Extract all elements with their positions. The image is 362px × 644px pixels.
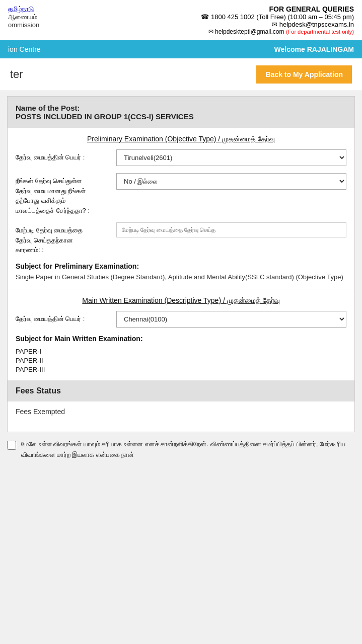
- contact-title: FOR GENERAL QUERIES: [201, 5, 354, 13]
- page-header: ter Back to My Application: [0, 58, 362, 91]
- prelim-center-select[interactable]: Tirunelveli(2601): [116, 149, 346, 166]
- declaration-text: மேலே உள்ள விவரங்கள் யாவும் சரியாக உள்ளன …: [21, 439, 355, 460]
- paper-1: PAPER-I: [16, 348, 346, 355]
- preliminary-section-title: Preliminary Examination (Objective Type)…: [16, 135, 346, 143]
- post-name-value: POSTS INCLUDED IN GROUP 1(CCS-I) SERVICE…: [16, 112, 346, 121]
- nav-welcome: Welcome RAJALINGAM: [274, 45, 354, 53]
- main-subject-title: Subject for Main Written Examination:: [16, 335, 346, 343]
- nav-title: ion Centre: [8, 45, 41, 53]
- section-divider-1: [8, 289, 354, 289]
- prelim-reason-input[interactable]: [116, 222, 346, 237]
- contact-phone: ☎ 1800 425 1002 (Toll Free) (10:00 am – …: [201, 13, 354, 21]
- logo-section: தமிழ்நாடு ஆணையம்ommission: [8, 5, 39, 29]
- prelim-center-row: தேர்வு மையத்தின் பெயர் : Tirunelveli(260…: [16, 149, 346, 166]
- main-center-label: தேர்வு மையத்தின் பெயர் :: [16, 311, 116, 324]
- back-to-application-button[interactable]: Back to My Application: [256, 65, 352, 84]
- logo-sub: ஆணையம்ommission: [8, 13, 39, 29]
- prelim-reason-control: [116, 222, 346, 237]
- main-subject-section: Subject for Main Written Examination:: [8, 335, 354, 343]
- main-center-control: Chennai(0100): [116, 311, 346, 328]
- email1-text: helpdesk@tnpscexams.in: [279, 21, 354, 28]
- nav-bar: ion Centre Welcome RAJALINGAM: [0, 40, 362, 58]
- main-center-select[interactable]: Chennai(0100): [116, 311, 346, 328]
- email1-icon: ✉: [272, 21, 277, 28]
- prelim-subject-text: Single Paper in General Studies (Degree …: [16, 272, 346, 282]
- dept-note: (For departmental test only): [286, 29, 354, 35]
- prelim-reason-label: மேற்படி தேர்வு மையத்தைதேர்வு செய்ததற்கான…: [16, 222, 116, 255]
- post-name-label: Name of the Post:: [16, 104, 346, 112]
- prelim-center-label: தேர்வு மையத்தின் பெயர் :: [16, 149, 116, 163]
- preliminary-exam-section: Preliminary Examination (Objective Type)…: [8, 135, 354, 255]
- paper-3: PAPER-III: [16, 366, 346, 373]
- prelim-subject-section: Subject for Preliminary Examination: Sin…: [8, 262, 354, 282]
- papers-list: PAPER-I PAPER-II PAPER-III: [8, 348, 354, 373]
- contact-section: FOR GENERAL QUERIES ☎ 1800 425 1002 (Tol…: [201, 5, 354, 35]
- fees-section: Fees Status Fees Exempted: [8, 380, 354, 422]
- prelim-residence-select[interactable]: No / இல்லை Yes / ஆம்: [116, 173, 346, 190]
- prelim-reason-row: மேற்படி தேர்வு மையத்தைதேர்வு செய்ததற்கான…: [16, 222, 346, 255]
- main-card: Name of the Post: POSTS INCLUDED IN GROU…: [7, 96, 355, 432]
- fees-header: Fees Status: [8, 380, 354, 401]
- main-center-row: தேர்வு மையத்தின் பெயர் : Chennai(0100): [16, 311, 346, 328]
- logo-link[interactable]: தமிழ்நாடு: [8, 5, 39, 13]
- contact-email2: ✉ helpdeskteptl@gmail.com (For departmen…: [201, 28, 354, 35]
- paper-2: PAPER-II: [16, 357, 346, 364]
- prelim-subject-title: Subject for Preliminary Examination:: [16, 262, 346, 270]
- declaration-section: மேலே உள்ள விவரங்கள் யாவும் சரியாக உள்ளன …: [7, 439, 355, 460]
- declaration-checkbox[interactable]: [7, 441, 16, 450]
- email2-icon: ✉: [208, 28, 213, 35]
- fees-value: Fees Exempted: [8, 401, 354, 422]
- prelim-center-control: Tirunelveli(2601): [116, 149, 346, 166]
- post-name-section: Name of the Post: POSTS INCLUDED IN GROU…: [8, 97, 354, 128]
- contact-email1: ✉ helpdesk@tnpscexams.in: [201, 21, 354, 28]
- prelim-residence-label: நீங்கள் தேர்வு செய்துள்ளதேர்வு மையமானது …: [16, 173, 116, 215]
- email2-text: helpdeskteptl@gmail.com: [215, 28, 284, 35]
- phone-icon: ☎: [201, 13, 209, 21]
- phone-number: 1800 425 1002 (Toll Free) (10:00 am – 05…: [211, 13, 354, 21]
- prelim-residence-row: நீங்கள் தேர்வு செய்துள்ளதேர்வு மையமானது …: [16, 173, 346, 215]
- prelim-residence-control: No / இல்லை Yes / ஆம்: [116, 173, 346, 190]
- header-top: தமிழ்நாடு ஆணையம்ommission FOR GENERAL QU…: [0, 0, 362, 40]
- main-exam-section: Main Written Examination (Descriptive Ty…: [8, 296, 354, 328]
- main-section-title: Main Written Examination (Descriptive Ty…: [16, 296, 346, 305]
- page-title: ter: [10, 68, 23, 81]
